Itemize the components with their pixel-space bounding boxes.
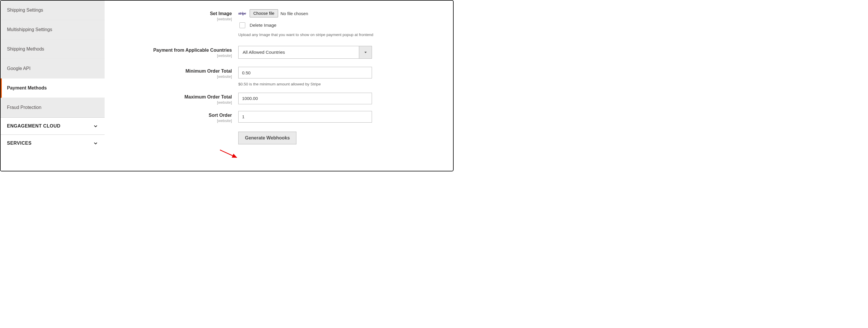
sidebar-item-google-api[interactable]: Google API: [1, 59, 104, 78]
field-sort-order: Sort Order [website]: [116, 111, 436, 123]
sidebar-section-label: ENGAGEMENT CLOUD: [7, 124, 60, 129]
field-label: Sort Order: [116, 113, 232, 118]
field-label: Set Image: [116, 11, 232, 16]
field-scope: [website]: [116, 100, 232, 105]
select-arrow-icon: [359, 46, 372, 58]
stripe-logo-thumbnail: stripe: [238, 11, 246, 16]
delete-image-label: Delete Image: [250, 23, 276, 28]
field-minimum-order-total: Minimum Order Total [website] $0.50 is t…: [116, 67, 436, 87]
svg-marker-0: [364, 52, 367, 53]
field-label: Payment from Applicable Countries: [116, 47, 232, 53]
sidebar-item-multishipping-settings[interactable]: Multishipping Settings: [1, 20, 104, 39]
generate-webhooks-button[interactable]: Generate Webhooks: [238, 132, 297, 144]
field-generate-webhooks: Generate Webhooks: [116, 132, 436, 144]
sidebar-section-services[interactable]: SERVICES: [1, 134, 104, 152]
sidebar-item-shipping-methods[interactable]: Shipping Methods: [1, 39, 104, 59]
field-label: Maximum Order Total: [116, 94, 232, 100]
applicable-countries-select[interactable]: All Allowed Countries: [238, 46, 372, 59]
field-applicable-countries: Payment from Applicable Countries [websi…: [116, 46, 436, 59]
sidebar-item-shipping-settings[interactable]: Shipping Settings: [1, 1, 104, 20]
field-set-image: Set Image [website] stripe Choose file N…: [116, 9, 436, 38]
field-scope: [website]: [116, 54, 232, 58]
settings-sidebar: Shipping Settings Multishipping Settings…: [1, 1, 104, 171]
sort-order-input[interactable]: [238, 111, 372, 123]
field-scope: [website]: [116, 74, 232, 79]
choose-file-button[interactable]: Choose file: [250, 9, 278, 18]
settings-form: Set Image [website] stripe Choose file N…: [104, 1, 453, 171]
select-value: All Allowed Countries: [239, 46, 359, 58]
chevron-down-icon: [93, 124, 98, 129]
sidebar-section-label: SERVICES: [7, 141, 32, 146]
field-label: Minimum Order Total: [116, 69, 232, 74]
set-image-help-text: Upload any Image that you want to show o…: [238, 32, 375, 38]
field-scope: [website]: [116, 17, 232, 21]
minimum-order-total-input[interactable]: [238, 67, 372, 78]
minimum-order-help-text: $0.50 is the minimum amount allowed by S…: [238, 81, 375, 87]
sidebar-section-engagement-cloud[interactable]: ENGAGEMENT CLOUD: [1, 118, 104, 134]
chevron-down-icon: [93, 141, 98, 146]
field-maximum-order-total: Maximum Order Total [website]: [116, 93, 436, 105]
app-frame: Shipping Settings Multishipping Settings…: [0, 0, 454, 171]
field-scope: [website]: [116, 119, 232, 123]
sidebar-item-payment-methods[interactable]: Payment Methods: [1, 78, 104, 98]
no-file-chosen-text: No file chosen: [280, 11, 308, 16]
maximum-order-total-input[interactable]: [238, 93, 372, 104]
sidebar-item-fraud-protection[interactable]: Fraud Protection: [1, 98, 104, 118]
delete-image-checkbox[interactable]: [240, 22, 245, 28]
